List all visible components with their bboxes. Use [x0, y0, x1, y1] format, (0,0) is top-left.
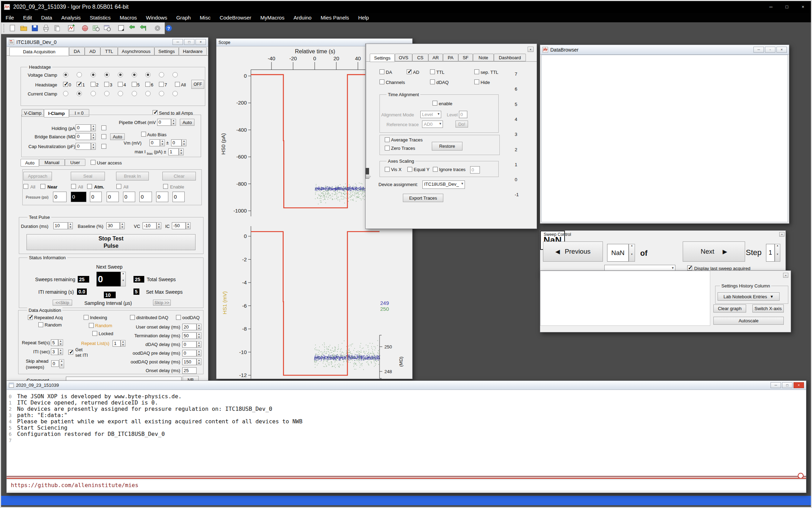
pressure-value-2[interactable]: 0 — [90, 192, 102, 202]
tab-amp-mode-1[interactable]: Manual — [39, 159, 65, 166]
overlay-slider-track[interactable] — [366, 44, 366, 168]
menu-item-file[interactable]: File — [1, 14, 18, 22]
next-sweep-stepper[interactable]: ▲▼ — [121, 272, 126, 286]
cap-neutralization-stepper[interactable]: ▲▼ — [91, 143, 96, 150]
send-all-checkbox[interactable] — [153, 110, 158, 115]
iti-sec-stepper-down[interactable]: ▼ — [59, 352, 63, 355]
ic-amplitude-stepper-up[interactable]: ▲ — [186, 223, 190, 226]
pressure-clear-button[interactable]: Clear — [162, 172, 196, 180]
repeat-sets-stepper[interactable]: ▲▼ — [58, 339, 63, 346]
get-set-iti-checkbox[interactable] — [68, 350, 73, 355]
delay-1-field[interactable]: 50 — [182, 332, 197, 339]
delay-3-stepper[interactable]: ▲▼ — [197, 350, 201, 356]
browser-close-button[interactable]: × — [776, 47, 787, 53]
browser-minimize-button[interactable]: ─ — [753, 47, 764, 53]
sp-row1-1-checkbox[interactable] — [407, 69, 412, 74]
cap-neutralization-field[interactable]: 0 — [76, 143, 91, 150]
pressure-check-0-checkbox[interactable] — [23, 184, 28, 189]
holding-stepper[interactable]: ▲▼ — [91, 124, 96, 131]
lab-notebook-entries-button[interactable]: Lab Notebook Entries▼ — [718, 292, 780, 301]
headstage-checkbox-1[interactable] — [77, 82, 82, 87]
cc-radio-0[interactable] — [63, 91, 68, 96]
level-field[interactable]: 0 — [459, 111, 467, 118]
ignore-traces-checkbox[interactable] — [433, 167, 438, 172]
vc-amplitude-stepper-up[interactable]: ▲ — [157, 223, 161, 226]
menu-item-data[interactable]: Data — [37, 14, 57, 22]
command-close-button[interactable]: × — [794, 382, 804, 388]
repeat-sets-stepper-up[interactable]: ▲ — [59, 340, 63, 343]
command-maximize-button[interactable]: □ — [782, 382, 792, 388]
redo-icon[interactable] — [139, 24, 148, 33]
vm-stepper[interactable]: ▲▼ — [160, 139, 165, 146]
headstage-checkbox-6[interactable] — [145, 82, 150, 87]
command-minimize-button[interactable]: ─ — [771, 382, 781, 388]
holding-field[interactable]: 0 — [76, 124, 91, 131]
browse-icon[interactable] — [81, 24, 89, 33]
new-file-icon[interactable] — [8, 24, 17, 33]
max-i-bias-stepper[interactable]: ▲▼ — [179, 148, 184, 155]
new-layout-icon[interactable] — [117, 24, 125, 33]
duration-field[interactable]: 10 — [53, 222, 68, 229]
delay-3-stepper-down[interactable]: ▼ — [197, 353, 201, 356]
vc-radio-7[interactable] — [159, 72, 164, 77]
pressure-value-3[interactable]: 0 — [107, 192, 119, 202]
headstage-off-button[interactable]: OFF — [191, 80, 204, 89]
max-i-bias-stepper-down[interactable]: ▼ — [179, 152, 183, 155]
skip-back-button[interactable]: <<Skip — [53, 300, 72, 306]
user-access-checkbox[interactable] — [91, 160, 95, 165]
current-sweep-stepper-up[interactable]: ▲ — [629, 244, 635, 253]
vm-range-field[interactable]: 0 — [171, 139, 182, 146]
pressure-approach-button[interactable]: Approach — [23, 172, 52, 180]
menu-item-arduino[interactable]: Arduino — [289, 14, 316, 22]
repeat-lists-stepper[interactable]: ▲▼ — [121, 340, 125, 347]
iti-sec-stepper-up[interactable]: ▲ — [59, 349, 63, 352]
bridge-auto-button[interactable]: Auto — [110, 133, 125, 140]
delay-1-stepper[interactable]: ▲▼ — [197, 332, 201, 339]
command-line[interactable]: https://github.com/alleninstitute/mies — [7, 479, 806, 491]
headstage-checkbox-4[interactable] — [118, 82, 123, 87]
baseline-stepper-up[interactable]: ▲ — [120, 223, 124, 226]
save-icon[interactable] — [31, 24, 39, 33]
app-maximize-button[interactable]: □ — [779, 2, 795, 11]
next-sweep-button[interactable]: Next▶ — [683, 241, 745, 262]
do-button[interactable]: Do! — [455, 121, 468, 128]
tab-da-panel-5[interactable]: Settings — [154, 47, 179, 55]
headstage-checkbox-2[interactable] — [91, 82, 95, 87]
repeat-lists-field[interactable]: 1 — [113, 340, 121, 347]
menu-item-macros[interactable]: Macros — [115, 14, 141, 22]
step-stepper-up[interactable]: ▲ — [775, 244, 780, 253]
holding-checkbox[interactable] — [101, 125, 106, 130]
tab-da-panel-4[interactable]: Asynchronous — [118, 47, 154, 55]
delay-2-field[interactable]: 0 — [182, 341, 197, 348]
zero-traces-checkbox[interactable] — [385, 146, 390, 151]
auto-bias-checkbox[interactable] — [141, 132, 146, 137]
pipette-offset-stepper-down[interactable]: ▼ — [171, 122, 176, 125]
app-close-button[interactable]: × — [795, 2, 811, 11]
ic-amplitude-field[interactable]: -50 — [172, 222, 186, 229]
step-stepper[interactable]: ▲▼ — [775, 244, 780, 262]
vc-radio-0[interactable] — [63, 72, 68, 77]
history-graph-area[interactable] — [540, 271, 710, 326]
delay-0-stepper[interactable]: ▲▼ — [197, 324, 201, 330]
toolbar-grip[interactable] — [3, 24, 4, 32]
vc-radio-6[interactable] — [145, 72, 151, 77]
vc-radio-2[interactable] — [91, 72, 96, 77]
duration-stepper-up[interactable]: ▲ — [68, 223, 72, 226]
device-assignment-dropdown[interactable]: ITC18USB_Dev_▼ — [422, 180, 465, 189]
sp-row2-1-checkbox[interactable] — [430, 79, 435, 84]
skip-ahead-stepper[interactable]: ▲▼ — [59, 359, 64, 368]
delay-3-stepper-up[interactable]: ▲ — [197, 350, 201, 353]
sp-row1-0-checkbox[interactable] — [380, 69, 384, 74]
headstage-checkbox-0[interactable] — [63, 82, 68, 87]
random-acq-checkbox[interactable] — [38, 322, 43, 327]
panel-maximize-button[interactable]: □ — [184, 39, 194, 45]
restore-button[interactable]: Restore — [432, 142, 462, 151]
tab-da-panel-1[interactable]: DA — [69, 47, 85, 55]
vm-field[interactable]: 0 — [150, 139, 160, 146]
holding-stepper-down[interactable]: ▼ — [91, 128, 95, 131]
pressure-value-1[interactable]: 0 — [71, 192, 86, 202]
repeat-lists-stepper-down[interactable]: ▼ — [121, 344, 125, 347]
repeat-sets-field[interactable]: 5 — [51, 339, 58, 346]
menu-item-edit[interactable]: Edit — [18, 14, 37, 22]
stop-test-pulse-button[interactable]: Stop TestPulse — [26, 234, 196, 250]
